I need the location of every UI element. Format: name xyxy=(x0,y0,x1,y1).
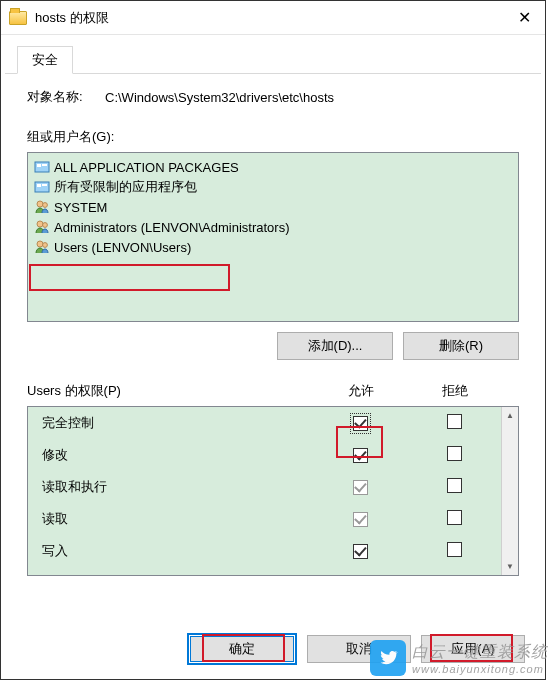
perm-label: 读取和执行 xyxy=(42,478,313,496)
list-item-users[interactable]: Users (LENVON\Users) xyxy=(32,237,514,257)
allow-checkbox[interactable] xyxy=(353,416,368,431)
perm-label: 修改 xyxy=(42,446,313,464)
scroll-up-icon[interactable]: ▲ xyxy=(502,407,518,424)
svg-rect-2 xyxy=(42,164,47,166)
scrollbar[interactable]: ▲ ▼ xyxy=(501,407,518,575)
perm-header-left: Users 的权限(P) xyxy=(27,382,314,400)
list-item-label: Users (LENVON\Users) xyxy=(54,240,191,255)
add-button[interactable]: 添加(D)... xyxy=(277,332,393,360)
tab-row: 安全 xyxy=(5,35,541,74)
deny-checkbox[interactable] xyxy=(447,510,462,525)
group-icon xyxy=(34,239,50,255)
permission-header: Users 的权限(P) 允许 拒绝 xyxy=(27,382,519,400)
svg-point-6 xyxy=(37,201,43,207)
object-label: 对象名称: xyxy=(27,88,105,106)
svg-point-10 xyxy=(37,241,43,247)
svg-point-9 xyxy=(43,223,48,228)
tab-security[interactable]: 安全 xyxy=(17,46,73,74)
list-item[interactable]: SYSTEM xyxy=(32,197,514,217)
package-icon xyxy=(34,159,50,175)
group-icon xyxy=(34,219,50,235)
group-button-row: 添加(D)... 删除(R) xyxy=(27,332,519,360)
list-item-label: SYSTEM xyxy=(54,200,107,215)
groups-label: 组或用户名(G): xyxy=(27,128,519,146)
footer-button-row: 确定 取消 应用(A) xyxy=(1,619,545,679)
list-item-label: Administrators (LENVON\Administrators) xyxy=(54,220,290,235)
user-icon xyxy=(34,199,50,215)
perm-row: 完全控制 xyxy=(28,407,501,439)
dialog-window: hosts 的权限 ✕ 安全 对象名称: C:\Windows\System32… xyxy=(0,0,546,680)
perm-label: 写入 xyxy=(42,542,313,560)
svg-point-8 xyxy=(37,221,43,227)
titlebar: hosts 的权限 ✕ xyxy=(1,1,545,35)
close-icon[interactable]: ✕ xyxy=(512,8,537,27)
cancel-button[interactable]: 取消 xyxy=(307,635,411,663)
list-item-label: 所有受限制的应用程序包 xyxy=(54,178,197,196)
allow-checkbox[interactable] xyxy=(353,448,368,463)
folder-icon xyxy=(9,11,27,25)
perm-row: 写入 xyxy=(28,535,501,567)
perm-row: 读取 xyxy=(28,503,501,535)
ok-button[interactable]: 确定 xyxy=(190,636,294,662)
svg-rect-4 xyxy=(37,184,41,187)
apply-button[interactable]: 应用(A) xyxy=(421,635,525,663)
deny-checkbox[interactable] xyxy=(447,542,462,557)
list-item[interactable]: ALL APPLICATION PACKAGES xyxy=(32,157,514,177)
package-icon xyxy=(34,179,50,195)
allow-checkbox[interactable] xyxy=(353,480,368,495)
perm-label: 完全控制 xyxy=(42,414,313,432)
permission-list: 完全控制 修改 读取和执行 读取 xyxy=(27,406,519,576)
window-title: hosts 的权限 xyxy=(35,9,512,27)
deny-checkbox[interactable] xyxy=(447,478,462,493)
list-item[interactable]: Administrators (LENVON\Administrators) xyxy=(32,217,514,237)
perm-header-deny: 拒绝 xyxy=(408,382,502,400)
svg-point-7 xyxy=(43,203,48,208)
object-path: C:\Windows\System32\drivers\etc\hosts xyxy=(105,90,519,105)
ok-button-highlight: 确定 xyxy=(187,633,297,665)
deny-checkbox[interactable] xyxy=(447,414,462,429)
allow-checkbox[interactable] xyxy=(353,544,368,559)
allow-checkbox[interactable] xyxy=(353,512,368,527)
object-row: 对象名称: C:\Windows\System32\drivers\etc\ho… xyxy=(27,88,519,106)
perm-row: 读取和执行 xyxy=(28,471,501,503)
user-group-list[interactable]: ALL APPLICATION PACKAGES 所有受限制的应用程序包 SYS… xyxy=(27,152,519,322)
deny-checkbox[interactable] xyxy=(447,446,462,461)
scroll-down-icon[interactable]: ▼ xyxy=(502,558,518,575)
list-item-label: ALL APPLICATION PACKAGES xyxy=(54,160,239,175)
list-item[interactable]: 所有受限制的应用程序包 xyxy=(32,177,514,197)
svg-rect-5 xyxy=(42,184,47,186)
svg-point-11 xyxy=(43,243,48,248)
perm-header-allow: 允许 xyxy=(314,382,408,400)
remove-button[interactable]: 删除(R) xyxy=(403,332,519,360)
perm-label: 读取 xyxy=(42,510,313,528)
perm-row: 修改 xyxy=(28,439,501,471)
svg-rect-1 xyxy=(37,164,41,167)
